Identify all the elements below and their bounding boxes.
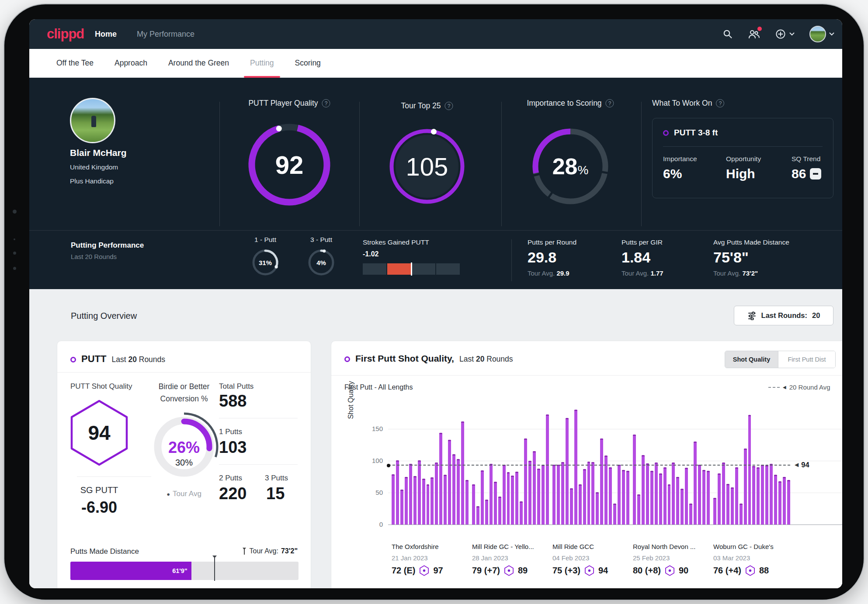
sq-hexagon-icon — [665, 565, 675, 576]
tour-avg-marker — [214, 556, 215, 581]
toggle-first-putt-dist[interactable]: First Putt Dist — [778, 351, 835, 368]
chart-bar — [552, 465, 556, 525]
divider — [57, 372, 311, 373]
round-label-group: Woburn GC - Duke's03 Mar 202376 (+4)88 — [713, 543, 814, 576]
profile-photo — [70, 98, 115, 143]
two-putts-value: 220 — [219, 484, 247, 503]
conversion-value: 26% — [147, 438, 221, 457]
chart-bar — [413, 476, 417, 525]
help-icon[interactable]: ? — [606, 99, 614, 107]
chart-bar — [596, 492, 599, 525]
avatar[interactable] — [809, 26, 826, 42]
divider — [219, 102, 220, 226]
tab-approach[interactable]: Approach — [115, 49, 147, 78]
chevron-down-icon — [789, 32, 795, 36]
last-rounds-button[interactable]: Last Rounds:20 — [734, 306, 833, 325]
putting-hero: Blair McHarg United Kingdom Plus Handica… — [29, 78, 842, 289]
performance-title: Putting Performance Last 20 Rounds — [71, 241, 144, 260]
putt-player-quality-label: PUTT Player Quality? — [248, 99, 330, 108]
chart-bar — [405, 477, 408, 525]
work-on-importance: Importance6% — [663, 155, 697, 181]
card-title: PUTT — [81, 353, 106, 365]
work-on-item: PUTT 3-8 ft — [663, 128, 718, 138]
section-tabs: Off the Tee Approach Around the Green Pu… — [29, 49, 842, 78]
chart-bar — [650, 471, 653, 525]
y-axis-label: Shot Quality — [347, 341, 355, 459]
putting-overview-section: Putting Overview Last Rounds:20 PUTT Las… — [29, 289, 842, 588]
chart-bar — [392, 474, 395, 525]
search-icon[interactable] — [722, 29, 733, 39]
chart-bar — [472, 484, 475, 525]
three-putts-value: 15 — [266, 484, 285, 503]
chart-mode-toggle: Shot Quality First Putt Dist — [725, 351, 836, 368]
importance-label: Importance to Scoring? — [527, 99, 614, 108]
tab-scoring[interactable]: Scoring — [295, 49, 321, 78]
chart-bar — [427, 484, 430, 525]
one-putts-label: 1 Putts — [219, 428, 242, 436]
account-menu[interactable] — [809, 26, 834, 42]
section-title: Putting Overview — [71, 311, 137, 321]
divider — [359, 102, 360, 226]
tab-off-the-tee[interactable]: Off the Tee — [56, 49, 94, 78]
sq-hexagon-icon — [504, 565, 514, 576]
chart-bar — [668, 484, 671, 525]
round-bar-group — [552, 407, 629, 525]
putts-per-round-stat: Putts per Round 29.8 Tour Avg. 29.9 — [528, 238, 576, 277]
chart-bar — [740, 504, 743, 525]
chart-bar — [583, 469, 586, 525]
chart-bar — [765, 465, 768, 525]
shot-quality-hexagon: 94 — [69, 399, 130, 467]
avg-putts-made-distance-stat: Avg Putts Made Distance 75'8" Tour Avg. … — [713, 238, 789, 277]
tab-putting[interactable]: Putting — [250, 49, 274, 78]
nav-my-performance[interactable]: My Performance — [137, 30, 194, 39]
chart-bar — [676, 477, 679, 525]
chart-bar — [744, 449, 747, 525]
chart-bar — [672, 462, 675, 525]
shot-quality-chart: 050100150◀94 — [388, 407, 842, 525]
dashed-line-icon — [768, 387, 780, 388]
chart-bar — [609, 467, 612, 525]
sg-putt-value: -6.90 — [64, 498, 134, 517]
sg-negative-fill — [387, 263, 412, 275]
add-menu[interactable] — [775, 28, 795, 40]
chevron-down-icon — [829, 32, 834, 36]
main-nav: Home My Performance — [95, 19, 194, 49]
nav-home[interactable]: Home — [95, 30, 117, 39]
chart-bar — [561, 462, 564, 525]
chart-bar — [574, 410, 577, 525]
help-icon[interactable]: ? — [445, 102, 453, 110]
chart-bar — [503, 465, 506, 525]
avg-dot-icon — [387, 464, 390, 467]
help-icon[interactable]: ? — [322, 99, 330, 107]
chart-bar — [542, 465, 545, 525]
community-icon[interactable] — [748, 29, 760, 39]
chart-bar — [465, 480, 469, 525]
putt-shot-quality-label: PUTT Shot Quality — [70, 382, 132, 391]
chart-bar — [774, 475, 777, 525]
chart-bar — [511, 476, 514, 525]
putts-per-gir-stat: Putts per GIR 1.84 Tour Avg. 1.77 — [621, 238, 663, 277]
conversion-donut: 26% 30% — [147, 410, 221, 484]
one-putt-ring: 1 - Putt 31% — [241, 236, 289, 278]
putts-made-distance-bar: 61'9" — [70, 562, 299, 580]
chart-bar — [396, 460, 399, 525]
divider — [219, 464, 298, 465]
tab-around-the-green[interactable]: Around the Green — [168, 49, 229, 78]
chart-bar — [457, 459, 460, 525]
chart-bar — [400, 490, 403, 525]
work-on-opportunity: OpportunityHigh — [726, 155, 761, 181]
chart-bar — [770, 464, 773, 525]
chart-bar — [409, 464, 412, 525]
toggle-shot-quality[interactable]: Shot Quality — [725, 351, 778, 368]
chart-bar — [570, 488, 573, 525]
divider — [331, 375, 842, 376]
conversion-label-2: Conversion % — [147, 394, 221, 404]
round-bar-group — [633, 407, 710, 525]
what-to-work-on-card[interactable]: PUTT 3-8 ft Importance6% OpportunityHigh… — [652, 118, 833, 198]
help-icon[interactable]: ? — [716, 99, 724, 107]
chart-bar — [718, 473, 721, 525]
card-title: First Putt Shot Quality, — [355, 353, 454, 364]
chart-bar — [618, 465, 621, 525]
chart-bar — [422, 479, 425, 525]
chart-bar — [537, 469, 540, 525]
